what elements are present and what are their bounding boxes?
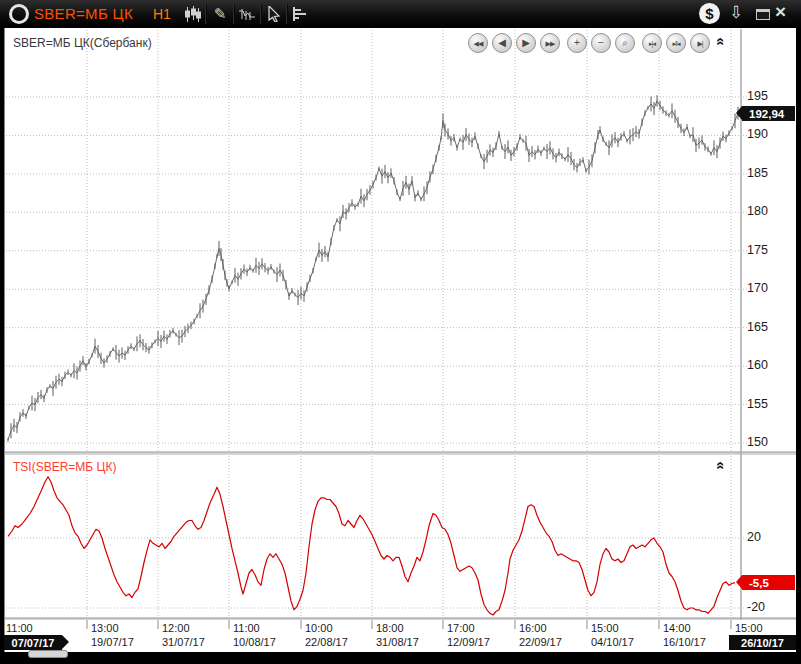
time-tick-date: 10/08/17 — [233, 636, 276, 648]
time-tick-date: 22/09/17 — [519, 636, 562, 648]
scroll-fast-right-button[interactable]: ▶▶ — [540, 33, 560, 53]
date-range-badge: 26/10/17 — [729, 635, 796, 650]
date-range-badge: 07/07/17 — [4, 635, 62, 650]
compress-scale-button[interactable]: ▸|◂ — [642, 33, 662, 53]
collapse-main-panel-chevron-icon[interactable]: » — [711, 37, 726, 45]
time-tick-date: 31/08/17 — [376, 636, 419, 648]
time-tick-time: 11:00 — [233, 622, 260, 634]
go-to-end-button[interactable]: ▶| — [690, 33, 710, 53]
price-tick-label: 180 — [747, 204, 768, 218]
last-price-badge: 192,94 — [742, 106, 795, 121]
scroll-right-button-glyph: ▶ — [522, 38, 530, 48]
tsi-last-value-badge: -5,5 — [742, 575, 795, 590]
scroll-left-button[interactable]: ◀ — [492, 33, 512, 53]
compress-bars-button[interactable]: ▸‖◂ — [666, 33, 686, 53]
compress-scale-button-glyph: ▸|◂ — [649, 40, 655, 47]
time-tick-date: 22/08/17 — [305, 636, 348, 648]
scroll-fast-left-button-glyph: ◀◀ — [474, 40, 483, 47]
zoom-in-button-glyph: + — [574, 38, 580, 48]
time-tick-time: 15:00 — [591, 622, 619, 634]
price-tick-label: 195 — [747, 89, 768, 103]
horizontal-scrollbar-thumb[interactable] — [28, 650, 68, 658]
compress-bars-button-glyph: ▸‖◂ — [673, 40, 680, 47]
time-tick-time: 15:00 — [735, 622, 763, 634]
zoom-out-button[interactable]: − — [591, 33, 611, 53]
price-tick-label: 175 — [747, 243, 768, 257]
price-tick-label: 185 — [747, 166, 768, 180]
tsi-indicator-label: TSI(SBER=МБ ЦК) — [13, 460, 116, 474]
tsi-tick-label: -20 — [747, 600, 765, 614]
scroll-right-button[interactable]: ▶ — [516, 33, 536, 53]
tsi-tick-label: 20 — [747, 530, 761, 544]
scroll-fast-left-button[interactable]: ◀◀ — [468, 33, 488, 53]
time-tick-date: 16/10/17 — [663, 636, 706, 648]
time-tick-time: 10:00 — [305, 622, 333, 634]
zoom-in-button[interactable]: + — [567, 33, 587, 53]
price-tick-label: 155 — [747, 397, 768, 411]
time-tick-date: 04/10/17 — [591, 636, 634, 648]
time-tick-time: 11:00 — [6, 622, 33, 634]
zoom-select-button-glyph: ⌕ — [622, 38, 628, 48]
zoom-out-button-glyph: − — [598, 38, 604, 48]
price-tick-label: 150 — [747, 435, 768, 449]
time-tick-date: 19/07/17 — [91, 636, 134, 648]
go-to-end-button-glyph: ▶| — [697, 40, 702, 47]
zoom-select-button[interactable]: ⌕ — [615, 33, 635, 53]
time-tick-date: 12/09/17 — [447, 636, 490, 648]
collapse-tsi-panel-chevron-icon[interactable]: » — [711, 461, 726, 469]
price-tick-label: 190 — [747, 127, 768, 141]
price-tick-label: 165 — [747, 320, 768, 334]
time-tick-time: 13:00 — [91, 622, 119, 634]
scroll-left-button-glyph: ◀ — [498, 38, 506, 48]
chart-plot — [0, 0, 801, 664]
time-tick-date: 31/07/17 — [162, 636, 205, 648]
time-tick-time: 18:00 — [376, 622, 404, 634]
price-tick-label: 160 — [747, 358, 768, 372]
time-tick-time: 16:00 — [519, 622, 547, 634]
price-tick-label: 170 — [747, 281, 768, 295]
time-tick-time: 14:00 — [663, 622, 691, 634]
trading-terminal-window: SBER=МБ ЦК H1 ✎ $ ⇩ × — [0, 0, 801, 664]
scroll-fast-right-button-glyph: ▶▶ — [546, 40, 555, 47]
time-tick-time: 17:00 — [447, 622, 475, 634]
instrument-chart-label: SBER=МБ ЦК(Сбербанк) — [13, 36, 152, 50]
time-tick-time: 12:00 — [162, 622, 190, 634]
